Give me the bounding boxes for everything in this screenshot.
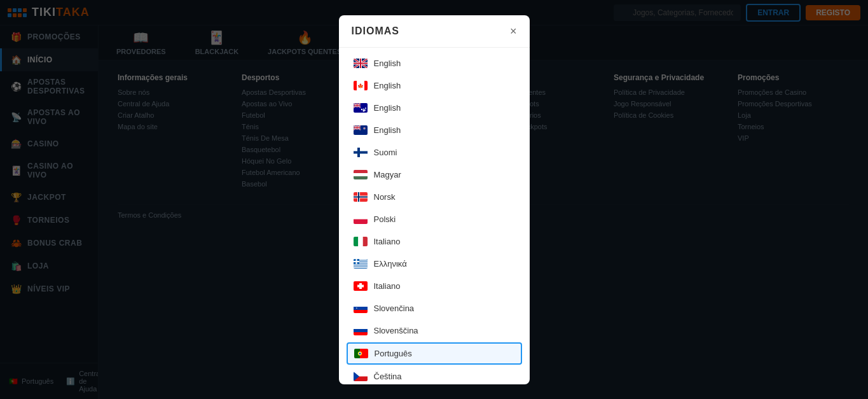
svg-rect-43 [354, 173, 368, 176]
svg-rect-48 [354, 196, 368, 197]
svg-rect-71 [354, 310, 368, 313]
lang-label: Čeština [374, 372, 402, 381]
lang-label: Suomi [374, 148, 397, 157]
svg-text:🍁: 🍁 [357, 83, 364, 89]
svg-rect-41 [357, 148, 360, 157]
flag-nz [354, 125, 368, 135]
svg-rect-62 [354, 267, 368, 268]
lang-label: Italiano [374, 237, 401, 246]
language-item-it[interactable]: Italiano [347, 231, 522, 252]
svg-rect-73 [354, 326, 368, 329]
svg-rect-40 [354, 151, 368, 153]
flag-ch [354, 281, 368, 291]
language-item-en-nz[interactable]: English [347, 120, 522, 141]
language-item-pt[interactable]: Português [347, 342, 522, 365]
flag-au [354, 103, 368, 113]
lang-label: Italiano [374, 281, 401, 291]
modal-close-button[interactable]: × [510, 25, 517, 37]
svg-rect-50 [354, 214, 368, 220]
svg-rect-42 [354, 170, 368, 173]
svg-rect-52 [354, 237, 358, 246]
modal-header: IDIOMAS × [339, 15, 530, 48]
flag-cz [354, 372, 368, 381]
lang-label: English [374, 59, 401, 68]
modal-body: English🍁EnglishEnglishEnglishSuomiMagyar… [339, 48, 530, 384]
svg-point-26 [363, 108, 364, 109]
svg-rect-44 [354, 176, 368, 179]
svg-rect-51 [354, 219, 368, 224]
flag-ca: 🍁 [354, 81, 368, 90]
language-item-gr[interactable]: Ελληνικά [347, 253, 522, 274]
lang-label: Magyar [374, 170, 401, 179]
language-item-sk[interactable]: Slovenščina [347, 320, 522, 341]
svg-rect-53 [358, 237, 362, 246]
lang-label: English [374, 103, 401, 113]
svg-rect-49 [358, 192, 359, 202]
lang-label: English [374, 81, 401, 90]
language-item-si[interactable]: ⋆Slovenčina [347, 298, 522, 319]
svg-rect-74 [354, 329, 368, 332]
svg-rect-65 [354, 261, 359, 262]
language-item-no[interactable]: Norsk [347, 186, 522, 207]
lang-label: Slovenčina [374, 304, 415, 313]
language-modal: IDIOMAS × English🍁EnglishEnglishEnglishS… [339, 15, 530, 384]
flag-pl [354, 214, 368, 224]
lang-label: Português [375, 349, 412, 358]
svg-point-25 [364, 109, 366, 111]
svg-point-80 [359, 353, 361, 354]
flag-gr [354, 259, 368, 269]
svg-rect-68 [357, 284, 364, 287]
flag-pt [354, 349, 368, 358]
modal-overlay[interactable]: IDIOMAS × English🍁EnglishEnglishEnglishS… [0, 0, 868, 399]
flag-sk [354, 326, 368, 335]
flag-fi [354, 148, 368, 157]
svg-point-24 [365, 108, 366, 109]
svg-rect-11 [364, 81, 368, 90]
language-item-fi[interactable]: Suomi [347, 142, 522, 163]
modal-title: IDIOMAS [352, 25, 399, 37]
lang-label: English [374, 125, 401, 135]
svg-rect-37 [354, 127, 361, 128]
flag-hu [354, 170, 368, 179]
flag-si: ⋆ [354, 304, 368, 313]
lang-label: Norsk [374, 192, 396, 202]
svg-text:⋆: ⋆ [355, 306, 358, 310]
language-item-en-au[interactable]: English [347, 97, 522, 118]
flag-uk [354, 59, 368, 68]
svg-point-27 [361, 108, 362, 109]
flag-it [354, 237, 368, 246]
flag-no [354, 192, 368, 202]
svg-rect-54 [362, 237, 367, 246]
svg-rect-10 [354, 81, 357, 90]
language-item-hu[interactable]: Magyar [347, 164, 522, 185]
language-item-en-gb[interactable]: English [347, 53, 522, 74]
svg-rect-61 [354, 265, 368, 267]
lang-label: Slovenščina [374, 326, 418, 335]
svg-rect-22 [354, 105, 361, 106]
lang-label: Polski [374, 214, 396, 224]
language-item-cz[interactable]: Čeština [347, 366, 522, 384]
language-item-ch[interactable]: Italiano [347, 276, 522, 297]
language-item-pl[interactable]: Polski [347, 209, 522, 230]
svg-rect-8 [354, 62, 368, 64]
svg-rect-75 [354, 332, 368, 335]
lang-label: Ελληνικά [374, 259, 407, 269]
language-item-en-ca[interactable]: 🍁English [347, 75, 522, 96]
